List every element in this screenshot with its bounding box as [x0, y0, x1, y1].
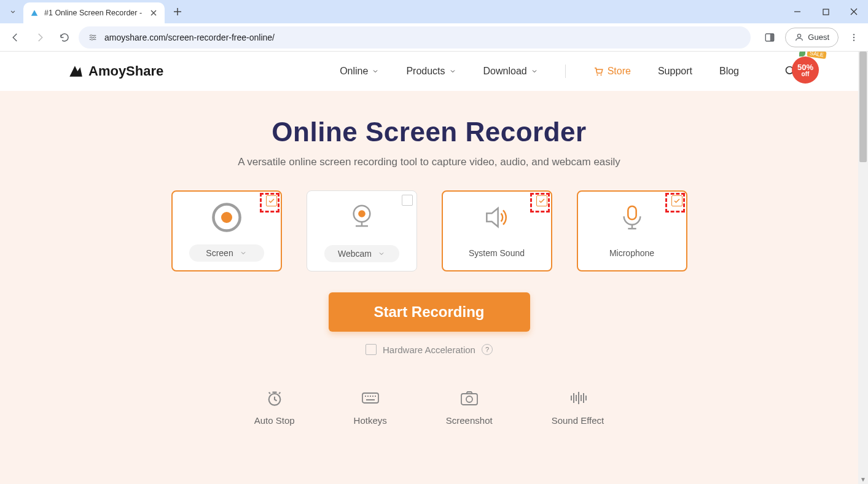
address-bar[interactable]: amoyshare.com/screen-recorder-free-onlin…: [79, 26, 751, 49]
chevron-down-icon: [449, 68, 456, 75]
window-controls: [783, 0, 868, 23]
option-system-sound-checkbox[interactable]: [536, 195, 547, 206]
scrollbar[interactable]: ▲ ▼: [858, 52, 868, 484]
option-webcam[interactable]: Webcam: [307, 190, 417, 271]
waveform-icon: [567, 389, 588, 407]
browser-titlebar: #1 Online Screen Recorder -: [0, 0, 868, 23]
nav-divider: [565, 64, 566, 78]
browser-menu-button[interactable]: [845, 28, 863, 47]
minimize-icon: [794, 8, 801, 15]
site-header: AmoyShare Online Products Download Store…: [0, 52, 858, 91]
svg-point-16: [358, 210, 366, 217]
option-screen-checkbox[interactable]: [266, 195, 277, 206]
svg-point-1: [90, 34, 92, 36]
svg-rect-17: [628, 206, 636, 220]
hardware-acceleration-row: Hardware Acceleration ?: [0, 344, 858, 355]
chevron-down-icon: [378, 250, 385, 257]
hardware-acceleration-checkbox[interactable]: [366, 344, 377, 355]
tab-close-button[interactable]: [149, 8, 158, 18]
profile-chip[interactable]: Guest: [785, 28, 839, 47]
option-microphone-checkbox[interactable]: [671, 195, 682, 206]
check-icon: [268, 197, 275, 205]
svg-point-14: [221, 212, 232, 223]
close-icon: [850, 8, 858, 15]
hardware-acceleration-help[interactable]: ?: [482, 344, 493, 355]
nav-store[interactable]: Store: [593, 66, 631, 77]
nav-products[interactable]: Products: [406, 66, 456, 77]
side-panel-button[interactable]: [760, 28, 779, 47]
webcam-icon: [346, 200, 377, 234]
hardware-acceleration-label: Hardware Acceleration: [383, 345, 475, 355]
scrollbar-thumb[interactable]: [859, 52, 867, 162]
reload-icon: [59, 32, 70, 43]
clock-icon: [266, 389, 283, 407]
tab-search-dropdown[interactable]: [4, 2, 22, 21]
site-logo[interactable]: AmoyShare: [68, 63, 163, 79]
keyboard-icon: [361, 389, 380, 407]
close-window-button[interactable]: [840, 0, 868, 23]
page-title: Online Screen Recorder: [0, 117, 858, 147]
svg-point-21: [466, 396, 472, 402]
nav-online[interactable]: Online: [340, 66, 379, 77]
svg-point-10: [596, 74, 598, 76]
panel-icon: [764, 32, 775, 43]
main-nav: Online Products Download Store Support B…: [340, 64, 797, 78]
sale-badge[interactable]: SALE 50% off: [789, 52, 823, 85]
profile-label: Guest: [808, 33, 829, 42]
tab-title: #1 Online Screen Recorder -: [44, 9, 144, 17]
maximize-icon: [823, 9, 829, 15]
browser-toolbar: amoyshare.com/screen-recorder-free-onlin…: [0, 23, 868, 52]
feature-sound-effect[interactable]: Sound Effect: [552, 389, 604, 426]
logo-icon: [68, 63, 84, 79]
svg-rect-0: [823, 9, 829, 15]
nav-blog[interactable]: Blog: [719, 66, 739, 77]
scroll-down-icon[interactable]: ▼: [858, 474, 868, 484]
arrow-left-icon: [10, 32, 21, 43]
browser-tab[interactable]: #1 Online Screen Recorder -: [23, 2, 165, 23]
chevron-down-icon: [9, 7, 17, 16]
screen-icon: [210, 200, 243, 235]
minimize-button[interactable]: [783, 0, 811, 23]
option-system-sound[interactable]: System Sound: [442, 190, 552, 271]
option-microphone-label: Microphone: [609, 244, 654, 262]
hero-section: Online Screen Recorder A versatile onlin…: [0, 91, 858, 484]
site-settings-icon[interactable]: [87, 32, 98, 43]
sale-circle: 50% off: [792, 57, 819, 84]
option-webcam-checkbox[interactable]: [402, 195, 413, 206]
svg-point-8: [853, 36, 854, 37]
svg-point-3: [91, 39, 93, 41]
new-tab-button[interactable]: [168, 2, 187, 21]
option-webcam-dropdown[interactable]: Webcam: [324, 245, 399, 262]
chevron-down-icon: [531, 68, 538, 75]
option-screen[interactable]: Screen: [171, 190, 282, 271]
forward-button[interactable]: [29, 27, 50, 48]
back-button[interactable]: [5, 27, 26, 48]
kebab-icon: [849, 33, 859, 42]
recording-options: Screen Webcam: [0, 190, 858, 271]
svg-point-6: [798, 34, 801, 37]
cart-icon: [593, 66, 604, 77]
feature-screenshot[interactable]: Screenshot: [446, 389, 493, 426]
reload-button[interactable]: [54, 27, 75, 48]
option-screen-dropdown[interactable]: Screen: [189, 244, 264, 262]
leaf-icon: [799, 52, 805, 57]
svg-rect-19: [362, 393, 378, 403]
plus-icon: [173, 7, 182, 16]
check-icon: [538, 197, 545, 205]
option-microphone[interactable]: Microphone: [577, 190, 687, 271]
feature-auto-stop[interactable]: Auto Stop: [254, 389, 295, 426]
option-system-sound-label: System Sound: [469, 244, 525, 262]
nav-download[interactable]: Download: [483, 66, 538, 77]
url-text: amoyshare.com/screen-recorder-free-onlin…: [104, 33, 275, 42]
nav-support[interactable]: Support: [658, 66, 692, 77]
page-viewport: AmoyShare Online Products Download Store…: [0, 52, 868, 484]
feature-hotkeys[interactable]: Hotkeys: [354, 389, 387, 426]
start-recording-button[interactable]: Start Recording: [329, 292, 530, 332]
close-icon: [151, 10, 157, 16]
maximize-button[interactable]: [811, 0, 840, 23]
arrow-right-icon: [34, 32, 45, 43]
svg-point-9: [853, 39, 854, 41]
favicon-icon: [29, 8, 39, 18]
svg-point-7: [853, 34, 854, 35]
speaker-icon: [482, 200, 512, 235]
